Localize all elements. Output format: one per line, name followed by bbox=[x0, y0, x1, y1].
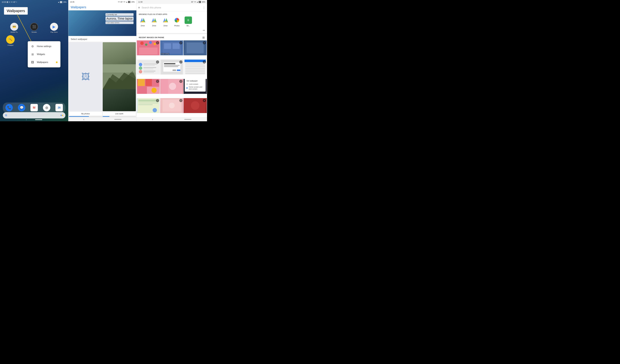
home-pill-panel2[interactable] bbox=[114, 119, 122, 120]
image-thumb-1[interactable]: ⤢ bbox=[137, 40, 160, 55]
context-menu-item-wallpapers[interactable]: 🖼 Wallpapers bbox=[28, 58, 61, 66]
browse-app-drive-1[interactable]: Drive bbox=[138, 16, 148, 27]
app-icon-streaks[interactable]: ⬛ Streaks bbox=[30, 23, 38, 33]
more-options-icon[interactable]: ⋮ bbox=[202, 6, 205, 9]
chrome-icon: ◎ bbox=[45, 106, 48, 109]
svg-rect-44 bbox=[164, 65, 180, 66]
home-pill-panel1[interactable] bbox=[35, 119, 42, 120]
set-wallpaper-option-lock[interactable]: Lock screen bbox=[186, 83, 204, 86]
image-thumb-5[interactable]: ⤢ bbox=[160, 60, 184, 75]
image-label-2: Keep Locking bbox=[161, 53, 170, 55]
image-thumb-4[interactable]: ⤢ bbox=[137, 60, 160, 75]
back-button-panel3[interactable]: ‹ bbox=[152, 118, 153, 121]
svg-point-18 bbox=[140, 42, 144, 45]
svg-rect-70 bbox=[138, 100, 158, 102]
svg-rect-71 bbox=[138, 102, 158, 104]
set-wallpaper-title: Set wallpaper bbox=[186, 80, 204, 82]
expand-icon-4: ⤢ bbox=[156, 61, 159, 63]
image-thumb-7[interactable]: ⤢ bbox=[137, 79, 160, 94]
context-menu-item-home-settings[interactable]: ⚙ Home settings bbox=[28, 42, 61, 50]
transfer-icon-row: ⇒ bbox=[137, 29, 207, 33]
signal-dots-p3: ••• bbox=[194, 1, 196, 3]
svg-rect-29 bbox=[187, 43, 204, 53]
currently-set-name: Aurora, Time lapse bbox=[106, 16, 134, 21]
grid-view-toggle-icon[interactable]: ⊞ bbox=[202, 36, 205, 39]
signal-p2: ▋▋ bbox=[128, 1, 131, 3]
svg-rect-47 bbox=[177, 70, 180, 71]
notification-icon1: 🖼 bbox=[7, 1, 8, 3]
radio-both-screens bbox=[186, 87, 187, 89]
drive-svg-2 bbox=[151, 18, 157, 23]
image-thumb-8[interactable]: ⤢ bbox=[160, 79, 184, 94]
google-search-bar[interactable]: G bbox=[3, 112, 65, 119]
image-thumb-3[interactable]: ⤢ bbox=[184, 40, 207, 55]
back-button-panel2[interactable]: ‹ bbox=[83, 118, 84, 121]
both-screens-label: Home screen and lock screen bbox=[189, 86, 204, 90]
dock-gmail[interactable]: M bbox=[31, 104, 38, 111]
image-thumb-11[interactable]: ⤢ bbox=[160, 98, 184, 113]
app-icon-playstore[interactable]: ▶ Play Store bbox=[50, 23, 58, 33]
app-icon-untappd[interactable]: 🔨 Untappd bbox=[5, 35, 15, 46]
svg-point-76 bbox=[169, 103, 175, 108]
time-panel3: 11:58 bbox=[138, 1, 142, 3]
svg-point-20 bbox=[149, 41, 152, 44]
home-pill-panel3[interactable] bbox=[184, 119, 191, 120]
wallpaper-cell-my-photos[interactable]: 🖼 My photos bbox=[69, 42, 102, 117]
svg-point-73 bbox=[153, 108, 157, 112]
browse-app-drive-3[interactable]: Drive bbox=[160, 16, 171, 27]
expand-icon-1: ⤢ bbox=[156, 41, 159, 44]
wallpaper-icon: 🖼 bbox=[31, 60, 34, 64]
image-thumb-2[interactable]: ⤢ Keep Locking bbox=[160, 40, 184, 55]
svg-point-79 bbox=[191, 101, 200, 110]
wallpapers-menu-label: Wallpapers bbox=[37, 61, 48, 63]
notification-icon2: ✕ bbox=[9, 1, 10, 3]
context-menu-item-widgets[interactable]: ⊞ Widgets bbox=[28, 50, 61, 58]
svg-rect-22 bbox=[139, 47, 157, 55]
context-menu: ⚙ Home settings ⊞ Widgets 🖼 Wallpapers bbox=[28, 41, 61, 67]
my-photos-label: My photos bbox=[69, 112, 102, 116]
set-wallpaper-option-both[interactable]: Home screen and lock screen bbox=[186, 86, 204, 91]
dock-chrome[interactable]: ◎ bbox=[43, 104, 50, 111]
battery-p3: 66% bbox=[202, 1, 205, 3]
svg-rect-39 bbox=[143, 71, 155, 72]
dot-status: • bbox=[16, 1, 17, 3]
wallpapers-app-header: Wallpapers bbox=[68, 4, 136, 10]
svg-rect-60 bbox=[138, 87, 146, 94]
browse-app-bit[interactable]: B Bit... bbox=[183, 16, 193, 27]
app-icon-mobilepay[interactable]: 💳 Mobile Pa. bbox=[10, 23, 18, 33]
recent-images-header: RECENT IMAGES ON PHONE ⊞ bbox=[137, 34, 207, 40]
wallpapers-label-box: Wallpapers bbox=[4, 7, 28, 15]
gmail-icon: M bbox=[33, 106, 35, 109]
image-thumb-6[interactable]: ⤢ bbox=[184, 60, 207, 75]
app-row-1: 💳 Mobile Pa. ⬛ Streaks ▶ Play Store bbox=[0, 23, 68, 33]
svg-rect-36 bbox=[143, 67, 156, 68]
browse-app-drive-2[interactable]: Drive bbox=[149, 16, 159, 27]
wallpaper-cell-live-earth[interactable]: Live earth bbox=[103, 42, 136, 117]
currently-set-section: Currently set Aurora, Time lapse Live da… bbox=[68, 10, 136, 36]
dock-messages[interactable]: 💬 bbox=[18, 104, 25, 111]
browse-app-photos[interactable]: Photos bbox=[172, 16, 182, 27]
image-thumb-9[interactable]: ⤢ Set wallpaper Lock screen Home screen … bbox=[184, 79, 207, 94]
back-button-panel1[interactable]: ‹ bbox=[26, 119, 27, 121]
live-earth-thumb bbox=[103, 42, 136, 111]
dock-phone[interactable]: 📞 bbox=[5, 104, 13, 111]
messages-icon: 💬 bbox=[20, 106, 24, 109]
time-panel1: 10:35 bbox=[2, 1, 6, 3]
hamburger-menu-icon[interactable]: ≡ bbox=[138, 6, 140, 9]
signal-dots: ••• bbox=[11, 1, 13, 3]
status-bar-right-panel1: ▲ ▋▋ 29% bbox=[58, 1, 66, 3]
photos-svg bbox=[174, 17, 180, 23]
mobilepay-label: Mobile Pa. bbox=[11, 31, 18, 33]
battery-p2: 29% bbox=[131, 1, 135, 3]
widgets-icon: ⊞ bbox=[31, 52, 34, 56]
search-this-phone-input[interactable]: Search this phone bbox=[142, 6, 201, 9]
drive-1-label: Drive bbox=[141, 25, 145, 27]
status-bar-panel1: 10:35 🖼 ✕ ••• 45° • ▲ ▋▋ 29% bbox=[0, 0, 68, 4]
image-thumb-12[interactable]: ⤢ bbox=[184, 98, 207, 113]
streaks-icon: ⬛ bbox=[32, 25, 36, 29]
image-thumb-10[interactable]: ⤢ bbox=[137, 98, 160, 113]
status-bar-panel3: 11:58 36° ••• ▲ ▋▋ 66% bbox=[137, 0, 207, 4]
live-earth-label: Live earth bbox=[103, 112, 136, 116]
status-right-panel2: ••• 45° ••• ▲ ▋▋ 29% bbox=[118, 1, 135, 3]
dock-calendar[interactable]: 26 bbox=[55, 104, 63, 111]
